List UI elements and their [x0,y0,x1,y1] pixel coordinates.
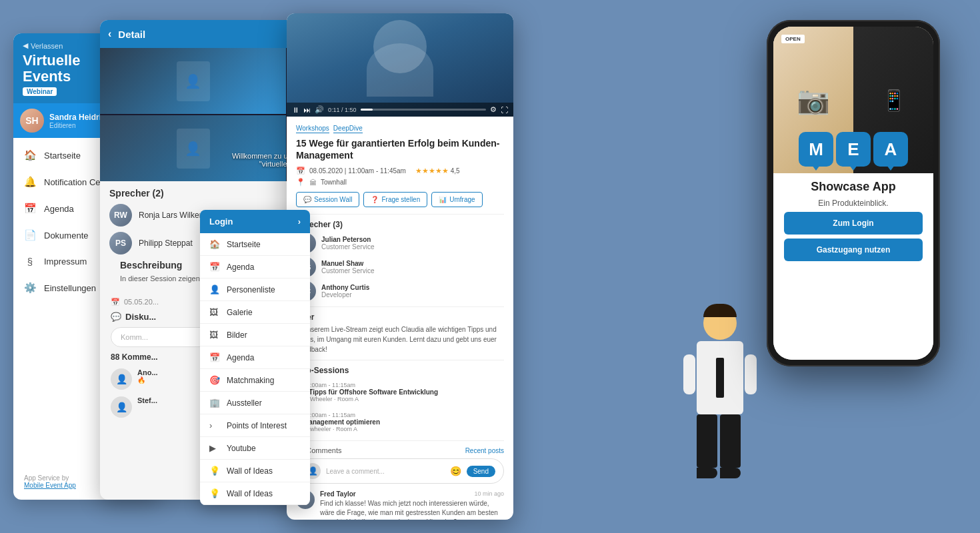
phone-app-title: Showcase App [811,180,895,195]
subsession-2-name: Management optimieren [303,418,499,426]
dropdown-item-galerie[interactable]: 🖼 Galerie [200,301,310,324]
commenter-avatar-1: 👤 [111,368,132,390]
session-wall-btn[interactable]: 💬 Session Wall [296,192,359,207]
front-speaker-info-2: Manuel Shaw Customer Service [321,260,374,274]
char-leg-left [697,414,717,468]
dropdown-agenda-icon: 📅 [209,262,220,272]
fred-name: Fred Taylor [320,490,356,498]
about-title: Über [296,312,504,322]
building-icon: 🏛 [309,179,317,187]
rating-value: ★★★★★ 4,5 [415,167,460,175]
phone-screen: 📷 📱 OPEN M E A [773,27,933,360]
sidebar-item-label: Agenda [44,204,74,214]
guest-btn[interactable]: Gastzugang nutzen [784,239,923,261]
dropdown-agenda2-icon: 📅 [209,352,220,362]
home-icon: 🏠 [24,149,36,161]
dropdown-item-aussteller[interactable]: 🏢 Aussteller [200,392,310,414]
dropdown-item-personenliste[interactable]: 👤 Personenliste [200,278,310,301]
dropdown-item-wall1[interactable]: 💡 Wall of Ideas [200,460,310,482]
subsessions-title: Sub-Sessions [296,366,504,375]
footer-link[interactable]: Mobile Event App [24,482,76,489]
skip-btn[interactable]: ⏭ [303,106,311,114]
frage-btn[interactable]: ❓ Frage stellen [363,192,427,207]
phone-frame: 📷 📱 OPEN M E A [767,20,940,366]
front-speaker-info-3: Anthony Curtis Developer [321,284,369,298]
subsession-1: 11:00am - 11:15am 5 Tipps für Offshore S… [296,379,504,405]
tag-deepdive[interactable]: DeepDive [333,125,363,133]
comment-item-fred: FT Fred Taylor 10 min ago Find ich klass… [296,490,504,520]
dropdown-poi-icon: › [209,420,220,430]
detail-panel-front: ⏸ ⏭ 🔊 0:11 / 1:50 ⚙ ⛶ Workshops DeepDive… [287,13,513,520]
dropdown-item-agenda[interactable]: 📅 Agenda [200,256,310,278]
video-cell-1: 👤 [100,48,286,114]
dropdown-item-youtube[interactable]: ▶ Youtube [200,437,310,460]
about-text: In unserem Live-Stream zeigt euch Claudi… [296,324,504,354]
dropdown-home-icon: 🏠 [209,239,220,249]
notification-icon: 🔔 [24,176,36,188]
char-foot-left [697,468,717,478]
send-btn[interactable]: Send [467,466,495,477]
settings-video-btn[interactable]: ⚙ [490,105,497,114]
char-legs [697,414,743,468]
calendar-icon: 📅 [296,167,305,175]
umfrage-btn[interactable]: 📊 Umfrage [431,192,482,207]
speaker-name-2: Philipp Steppat [139,239,193,248]
character-illustration [680,306,760,493]
back-arrow-icon[interactable]: ‹ [108,28,111,40]
fred-text: Find ich klasse! Was mich jetzt noch int… [320,499,504,520]
speaker-avatar-2: PS [109,232,132,255]
front-speaker-3: AC Anthony Curtis Developer [296,281,504,301]
front-comment-input: 👤 Leave a comment... 😊 Send [296,458,504,484]
subsession-2-meta: L. wheeler · Room A [303,426,499,432]
dropdown-item-matchmaking[interactable]: 🎯 Matchmaking [200,369,310,392]
comment-placeholder: Leave a comment... [326,468,445,475]
video-time: 0:11 / 1:50 [328,107,357,113]
action-buttons: 💬 Session Wall ❓ Frage stellen 📊 Umfrage [296,192,504,207]
front-meta: 📅 08.05.2020 | 11:00am - 11:45am ★★★★★ 4… [296,167,504,187]
sidebar-item-label: Impressum [44,257,87,266]
detail-header-title: Detail [118,29,145,40]
meta-date-row: 📅 08.05.2020 | 11:00am - 11:45am ★★★★★ 4… [296,167,504,175]
question-icon: ❓ [371,196,379,203]
char-leg-right [720,414,741,468]
divider-4 [296,440,504,441]
phone-screen-bottom: Showcase App Ein Produkteinblick. Zum Lo… [773,173,933,360]
agenda-icon: 📅 [24,203,36,215]
fred-comment-body: Fred Taylor 10 min ago Find ich klasse! … [320,490,504,520]
login-btn[interactable]: Zum Login [784,212,923,235]
char-arm-right [745,354,757,394]
dropdown-arrow-icon: › [298,217,301,227]
subsession-2-time: 11:00am - 11:15am [303,412,499,418]
char-arms [683,354,757,394]
dropdown-item-bilder[interactable]: 🖼 Bilder [200,324,310,346]
front-about: Über In unserem Live-Stream zeigt euch C… [296,312,504,354]
front-video-area[interactable]: ⏸ ⏭ 🔊 0:11 / 1:50 ⚙ ⛶ [287,13,513,117]
char-body [697,341,743,414]
sidebar-item-label: Einstellungen [44,283,96,293]
dropdown-images-icon: 🖼 [209,330,220,340]
mea-overlay: M E A [799,132,908,167]
dropdown-item-agenda2[interactable]: 📅 Agenda [200,346,310,369]
dropdown-item-poi[interactable]: › Points of Interest [200,414,310,437]
emoji-picker-btn[interactable]: 😊 [450,466,461,476]
mea-letter-m: M [799,132,833,167]
recent-posts-btn[interactable]: Recent posts [465,447,504,454]
dropdown-gallery-icon: 🖼 [209,307,220,317]
dropdown-item-startseite[interactable]: 🏠 Startseite [200,233,310,256]
mea-letter-e: E [836,132,871,167]
volume-btn[interactable]: 🔊 [315,105,324,114]
dropdown-item-wall2[interactable]: 💡 Wall of Ideas [200,482,310,505]
video-progress[interactable] [361,109,486,111]
calendar-icon: 📅 [111,298,120,306]
session-wall-icon: 💬 [303,196,311,203]
video-person-3: 👤 [177,129,210,169]
subsession-1-meta: L. Wheeler · Room A [303,396,499,402]
meta-location-row: 📍 🏛 Townhall [296,178,504,187]
play-pause-btn[interactable]: ⏸ [292,106,299,114]
sidebar-back-label: Verlassen [31,42,63,50]
char-arm-left [683,354,695,394]
front-content-area: Workshops DeepDive 15 Wege für garantier… [287,117,513,520]
fullscreen-btn[interactable]: ⛶ [501,106,508,114]
comment-section-header: 34 Comments Recent posts [296,446,504,454]
tag-workshops[interactable]: Workshops [296,125,329,133]
